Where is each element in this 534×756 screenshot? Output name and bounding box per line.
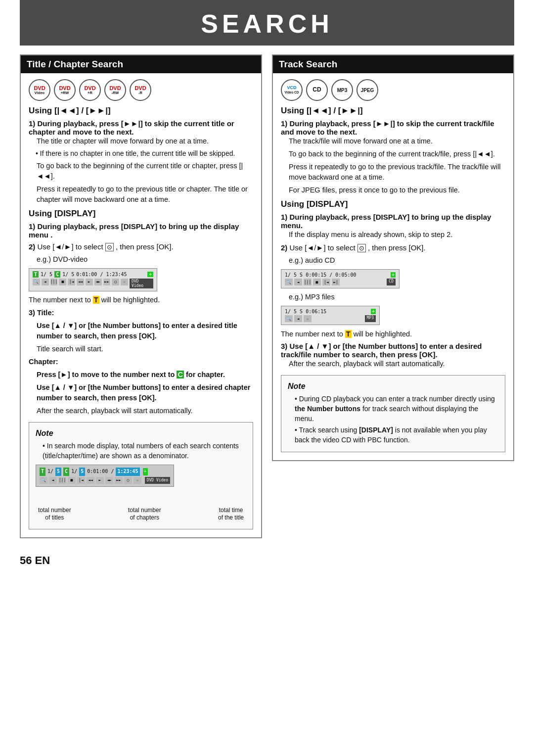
screen-mp3-sim: 1/ 5 S 0:06:15 + 🔍 ◄ ☆ MP3 [281,306,380,325]
disc-cd: CD [306,79,328,101]
step-2d-right: 2) Use [◄/►] to select ⊙ , then press [O… [281,243,505,252]
screen-dvd-sim: T 1/ 5 C 1/ 5 0:01:00 / 1:23:45 + 🔍 ◄ ||… [29,268,157,291]
select-icon-left: ⊙ [105,243,114,251]
note-title-right: Note [288,380,498,392]
note-bullet-left: • In search mode display, total numbers … [36,441,246,461]
track-search-col: Track Search VCD Video CD CD MP3 JPEG Us… [272,54,514,461]
using-skip-heading-left: Using [|◄◄] / [►►|] [29,106,253,116]
eg-mp3-label: e.g.) MP3 files [289,292,505,302]
two-column-layout: Title / Chapter Search DVD Video DVD +RW… [20,54,514,538]
step1-p2-right: To go back to the beginning of the curre… [289,149,505,159]
screen-cd-sim: 1/ 5 S 0:00:15 / 0:05:00 + 🔍 ◄ ||| ■ |◄ … [281,269,400,288]
disc-jpeg: JPEG [356,79,378,101]
T-highlight-left: T [93,296,99,304]
eg-dvd-label: e.g.) DVD-video [37,254,253,265]
title-chapter-search-col: Title / Chapter Search DVD Video DVD +RW… [20,54,262,538]
disc-dvd-r-minus: DVD -R [130,79,151,101]
diagram-label-time: total time of the title [218,507,244,522]
disc-dvd-video: DVD Video [29,79,50,101]
C-highlight: C [177,371,183,378]
step-3-right: 3) Use [▲ / ▼] or [the Number buttons] t… [281,342,505,369]
using-skip-heading-right: Using [|◄◄] / [►►|] [281,106,505,116]
eg-cd-label: e.g.) audio CD [289,255,505,266]
disc-icons-right: VCD Video CD CD MP3 JPEG [281,79,505,101]
step-1d-right: 1) During playback, press [DISPLAY] to b… [281,213,505,240]
title-chapter-search-header: Title / Chapter Search [21,55,261,73]
highlight-note-left: The number next to T will be highlighted… [29,295,253,305]
diagram-label-chapters: total number of chapters [128,507,161,522]
disc-icons-left: DVD Video DVD +RW DVD +R DVD -RW DVD - [29,79,253,101]
step1-p1-left: The title or chapter will move forward b… [37,136,253,146]
step1-p4-right: For JPEG files, press it once to go to t… [289,185,505,195]
disc-dvd-r-plus: DVD +R [79,79,101,101]
disc-mp3: MP3 [331,79,353,101]
note-bullet2-right: • Track search using [DISPLAY] is not av… [288,425,498,445]
step1-p1-right: The track/file will move forward one at … [289,136,505,146]
step-1-right: 1) During playback, press [►►|] to skip … [281,119,505,195]
disc-vcd: VCD Video CD [281,79,303,101]
page: SEARCH Title / Chapter Search DVD Video … [0,0,534,756]
note-title-left: Note [36,427,246,439]
note-box-right: Note • During CD playback you can enter … [281,375,505,452]
disc-dvd-rw-plus: DVD +RW [54,79,76,101]
using-display-heading-right: Using [DISPLAY] [281,199,505,209]
step1-bullet-left: • If there is no chapter in one title, t… [29,149,253,159]
diagram-label-titles: total number of titles [38,507,71,522]
main-title: SEARCH [20,0,514,46]
footer-page-number: 56 EN [20,554,514,567]
step1-p2-left: To go back to the beginning of the curre… [37,161,253,182]
note-box-left: Note • In search mode display, total num… [29,422,253,529]
using-display-heading-left: Using [DISPLAY] [29,209,253,219]
highlight-note-right: The number next to T will be highlighted… [281,329,505,339]
note-screen-left: T 1/ 5 C 1/ 5 0:01:00 / 1:23:45 + 🔍 [36,465,246,522]
T-highlight-right: T [345,330,352,338]
step-2d-left: 2) Use [◄/►] to select ⊙ , then press [O… [29,242,253,251]
select-icon-right: ⊙ [357,244,366,252]
diagram-labels: total number of titles total number of c… [36,507,246,522]
step1-p3-left: Press it repeatedly to go to the previou… [37,184,253,205]
track-search-header: Track Search [273,55,513,73]
step-1d-left: 1) During playback, press [DISPLAY] to b… [29,222,253,239]
step-1-left: 1) During playback, press [►►|] to skip … [29,119,253,205]
note-bullet1-right: • During CD playback you can enter a tra… [288,394,498,424]
step-3-left: 3) Title: Use [▲ / ▼] or [the Number but… [29,308,253,416]
step1-p3-right: Press it repeatedly to go to the previou… [289,162,505,183]
disc-dvd-rw-minus: DVD -RW [104,79,126,101]
